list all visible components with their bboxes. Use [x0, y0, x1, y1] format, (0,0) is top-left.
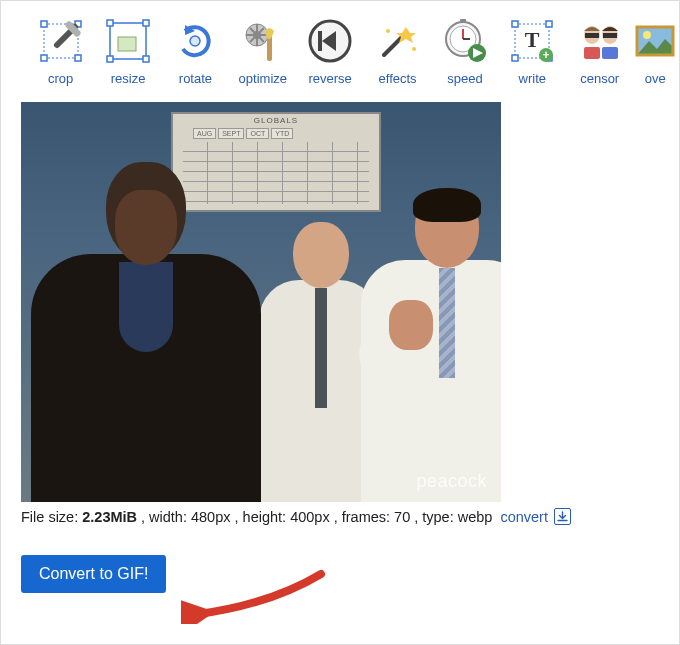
board-header: GLOBALS — [254, 116, 298, 125]
tool-optimize-label: optimize — [239, 71, 287, 86]
svg-rect-39 — [602, 47, 618, 59]
tool-crop-label: crop — [48, 71, 73, 86]
svg-text:T: T — [525, 27, 540, 52]
rotate-icon — [171, 17, 219, 65]
tool-effects[interactable]: effects — [366, 13, 429, 90]
svg-rect-9 — [143, 56, 149, 62]
convert-link[interactable]: convert — [500, 509, 548, 525]
tool-reverse[interactable]: reverse — [299, 13, 362, 90]
tool-censor[interactable]: censor — [568, 13, 631, 90]
tool-speed-label: speed — [447, 71, 482, 86]
censor-icon — [576, 17, 624, 65]
tool-overlay-label: ove — [645, 71, 666, 86]
file-frames: , frames: 70 — [334, 509, 411, 525]
svg-rect-10 — [118, 37, 136, 51]
svg-point-41 — [643, 31, 651, 39]
svg-rect-35 — [585, 33, 599, 38]
svg-rect-3 — [41, 55, 47, 61]
board-months: AUG SEPT OCT YTD — [193, 128, 293, 139]
optimize-icon — [239, 17, 287, 65]
file-height: , height: 400px — [235, 509, 330, 525]
watermark: peacock — [416, 471, 487, 492]
svg-rect-28 — [546, 21, 552, 27]
file-info: File size: 2.23MiB, width: 480px, height… — [21, 508, 659, 525]
tool-effects-label: effects — [379, 71, 417, 86]
tool-overlay[interactable]: ove — [635, 13, 675, 90]
board-month: OCT — [246, 128, 269, 139]
resize-icon — [104, 17, 152, 65]
tool-rotate-label: rotate — [179, 71, 212, 86]
board-month: SEPT — [218, 128, 244, 139]
tool-resize[interactable]: resize — [96, 13, 159, 90]
svg-rect-37 — [603, 33, 617, 38]
convert-to-gif-button[interactable]: Convert to GIF! — [21, 555, 166, 593]
svg-rect-27 — [512, 21, 518, 27]
svg-rect-16 — [318, 31, 322, 51]
crop-icon — [37, 17, 85, 65]
image-preview: GLOBALS AUG SEPT OCT YTD — [21, 102, 501, 502]
tool-speed[interactable]: speed — [433, 13, 496, 90]
effects-icon — [374, 17, 422, 65]
svg-rect-8 — [107, 56, 113, 62]
svg-point-13 — [253, 31, 261, 39]
file-width: , width: 480px — [141, 509, 230, 525]
file-size-prefix: File size: — [21, 509, 78, 525]
annotation-arrow — [181, 564, 331, 624]
svg-point-18 — [386, 29, 390, 33]
board-month: YTD — [271, 128, 293, 139]
write-icon: T + — [508, 17, 556, 65]
svg-rect-4 — [75, 55, 81, 61]
tool-crop[interactable]: crop — [29, 13, 92, 90]
main-content: GLOBALS AUG SEPT OCT YTD — [1, 94, 679, 593]
toolbar: crop resize rotate — [1, 1, 679, 94]
person-left — [21, 162, 261, 502]
file-type: , type: webp — [414, 509, 492, 525]
svg-rect-22 — [460, 19, 466, 23]
person-right — [361, 192, 501, 502]
svg-rect-38 — [584, 47, 600, 59]
board-month: AUG — [193, 128, 216, 139]
svg-text:+: + — [543, 48, 550, 62]
svg-rect-1 — [41, 21, 47, 27]
svg-rect-29 — [512, 55, 518, 61]
svg-point-19 — [412, 47, 416, 51]
tool-write-label: write — [519, 71, 546, 86]
file-size-value: 2.23MiB — [82, 509, 137, 525]
download-icon[interactable] — [554, 508, 571, 525]
tool-write[interactable]: T + write — [501, 13, 564, 90]
speed-icon — [441, 17, 489, 65]
tool-optimize[interactable]: optimize — [231, 13, 294, 90]
svg-rect-7 — [143, 20, 149, 26]
tool-resize-label: resize — [111, 71, 146, 86]
svg-point-11 — [190, 36, 200, 46]
tool-censor-label: censor — [580, 71, 619, 86]
tool-rotate[interactable]: rotate — [164, 13, 227, 90]
tool-reverse-label: reverse — [309, 71, 352, 86]
reverse-icon — [306, 17, 354, 65]
svg-rect-6 — [107, 20, 113, 26]
overlay-icon — [635, 17, 675, 65]
